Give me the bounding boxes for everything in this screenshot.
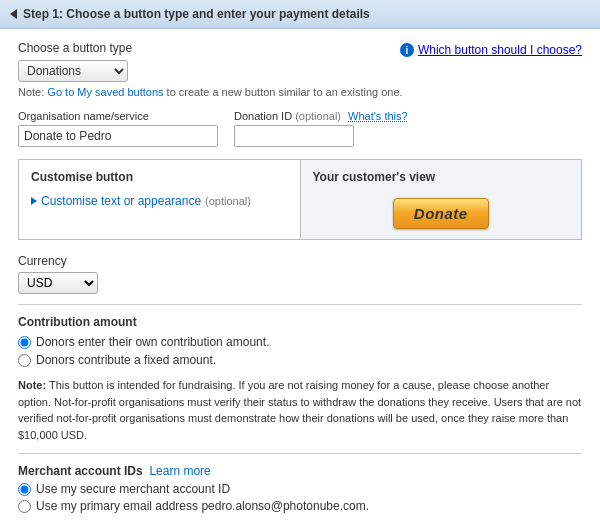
contribution-title: Contribution amount: [18, 315, 582, 329]
learn-more-link[interactable]: Learn more: [149, 464, 210, 478]
note-text: This button is intended for fundraising.…: [18, 379, 581, 441]
donate-button-preview: Donate: [313, 198, 570, 229]
donation-id-field-group: Donation ID (optional) What's this?: [234, 110, 408, 147]
fields-row: Organisation name/service Donation ID (o…: [18, 110, 582, 147]
customise-title: Customise button: [31, 170, 288, 184]
optional-label: (optional): [295, 110, 341, 122]
customise-link[interactable]: Customise text or appearance (optional): [31, 194, 288, 208]
button-type-select[interactable]: Donations Buy Now Subscribe Add to Cart: [18, 60, 128, 82]
customer-view-title: Your customer's view: [313, 170, 570, 184]
donation-id-label: Donation ID (optional) What's this?: [234, 110, 408, 122]
button-type-label: Choose a button type: [18, 41, 132, 55]
triangle-right-icon: [31, 197, 37, 205]
triangle-icon: [10, 9, 17, 19]
customise-right: Your customer's view Donate: [301, 160, 582, 239]
info-icon: i: [400, 43, 414, 57]
whats-this-link[interactable]: What's this?: [348, 110, 408, 122]
optional-text: (optional): [205, 195, 251, 207]
customise-section: Customise button Customise text or appea…: [18, 159, 582, 240]
donation-id-input[interactable]: [234, 125, 354, 147]
merchant-option-2: Use my primary email address pedro.alons…: [36, 499, 369, 513]
note-bold: Note:: [18, 379, 46, 391]
contribution-radio-1[interactable]: [18, 336, 31, 349]
contribution-radio-row-1: Donors enter their own contribution amou…: [18, 335, 582, 349]
customise-left: Customise button Customise text or appea…: [19, 160, 301, 239]
org-name-input[interactable]: [18, 125, 218, 147]
currency-select[interactable]: USD EUR GBP CAD AUD: [18, 272, 98, 294]
org-field-label: Organisation name/service: [18, 110, 218, 122]
main-content: Choose a button type Donations Buy Now S…: [0, 29, 600, 528]
step-header: Step 1: Choose a button type and enter y…: [0, 0, 600, 29]
currency-label: Currency: [18, 254, 582, 268]
currency-section: Currency USD EUR GBP CAD AUD: [18, 254, 582, 294]
step-label: Step 1: Choose a button type and enter y…: [23, 7, 370, 21]
divider-1: [18, 304, 582, 305]
contribution-option-1: Donors enter their own contribution amou…: [36, 335, 269, 349]
merchant-section: Merchant account IDs Learn more Use my s…: [18, 464, 582, 513]
which-button-link[interactable]: Which button should I choose?: [418, 43, 582, 57]
contribution-radio-2[interactable]: [18, 354, 31, 367]
note-block: Note: This button is intended for fundra…: [18, 377, 582, 443]
merchant-radio-2[interactable]: [18, 500, 31, 513]
saved-buttons-link[interactable]: Go to My saved buttons: [47, 86, 163, 98]
merchant-radio-row-2: Use my primary email address pedro.alons…: [18, 499, 582, 513]
which-button-link-row[interactable]: i Which button should I choose?: [400, 43, 582, 57]
merchant-option-1: Use my secure merchant account ID: [36, 482, 230, 496]
merchant-radio-row-1: Use my secure merchant account ID: [18, 482, 582, 496]
note-suffix: to create a new button similar to an exi…: [164, 86, 403, 98]
org-field-group: Organisation name/service: [18, 110, 218, 147]
button-type-row: Choose a button type Donations Buy Now S…: [18, 41, 582, 82]
contribution-radio-row-2: Donors contribute a fixed amount.: [18, 353, 582, 367]
button-type-left: Choose a button type Donations Buy Now S…: [18, 41, 132, 82]
saved-buttons-note: Note: Go to My saved buttons to create a…: [18, 86, 582, 98]
note-prefix: Note:: [18, 86, 47, 98]
contribution-option-2: Donors contribute a fixed amount.: [36, 353, 216, 367]
merchant-radio-1[interactable]: [18, 483, 31, 496]
donate-preview-button[interactable]: Donate: [393, 198, 489, 229]
divider-2: [18, 453, 582, 454]
merchant-title: Merchant account IDs Learn more: [18, 464, 582, 478]
contribution-section: Contribution amount Donors enter their o…: [18, 315, 582, 367]
